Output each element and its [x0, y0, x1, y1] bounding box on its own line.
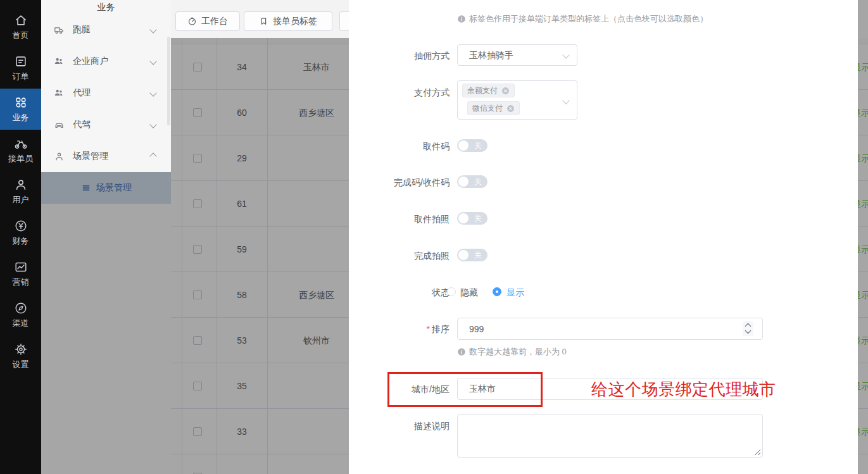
menu-item-label: 企业商户 [73, 56, 108, 67]
menu-item-label: 场景管理 [73, 151, 108, 162]
sidebar-item-channels[interactable]: 渠道 [0, 294, 41, 335]
annotation-highlight-box [387, 372, 543, 407]
menu-item-label: 代驾 [73, 119, 91, 130]
pickup-photo-label: 取件拍照 [355, 214, 450, 225]
status-label: 状态 [355, 287, 450, 299]
home-icon [14, 13, 28, 27]
toolbar: 工作台 接单员标签 [171, 0, 349, 38]
tag-close-icon[interactable] [501, 87, 510, 95]
complete-code-toggle[interactable]: 关 [457, 175, 487, 188]
tag-label: 微信支付 [472, 103, 503, 114]
sidebar-item-label: 渠道 [13, 318, 29, 329]
commission-value: 玉林抽骑手 [469, 45, 513, 65]
menu-item-enterprise-merchants[interactable]: 企业商户 [41, 46, 171, 77]
menu-item-label: 代理 [73, 87, 91, 99]
sidebar-item-finance[interactable]: 财务 [0, 212, 41, 253]
sidebar-item-label: 订单 [13, 71, 29, 82]
menu-item-agents[interactable]: 代理 [41, 77, 171, 109]
menu-item-designated-driving[interactable]: 代驾 [41, 109, 171, 140]
menu-item-errand[interactable]: 跑腿 [41, 14, 171, 46]
info-icon [457, 347, 466, 356]
pickup-code-toggle[interactable]: 关 [457, 139, 487, 152]
button-label: 接单员标签 [273, 16, 317, 27]
menu-item-label: 跑腿 [73, 24, 91, 35]
toggle-knob [458, 250, 469, 260]
sidebar-scrollbar[interactable] [167, 37, 170, 125]
marketing-icon [14, 260, 28, 274]
people-icon [54, 88, 65, 99]
tip-text: 数字越大越靠前，最小为 0 [469, 346, 567, 358]
pickup-code-label: 取件码 [355, 141, 450, 153]
sidebar-item-label: 营销 [13, 277, 29, 288]
clipped-button[interactable] [339, 11, 349, 31]
sidebar-item-business[interactable]: 业务 [0, 89, 41, 130]
commission-label: 抽佣方式 [355, 51, 450, 62]
status-radio-visible[interactable] [493, 287, 501, 296]
pickup-photo-toggle[interactable]: 关 [457, 212, 487, 225]
chevron-down-icon [149, 121, 156, 128]
payment-tag-wechat: 微信支付 [467, 101, 520, 115]
sidebar-item-home[interactable]: 首页 [0, 6, 41, 47]
payment-tag-balance: 余额支付 [462, 84, 515, 97]
chevron-down-icon [149, 89, 156, 96]
step-down-icon[interactable] [745, 328, 751, 334]
description-label: 描述说明 [355, 421, 450, 432]
sort-stepper[interactable] [743, 321, 753, 336]
screen: 场景管理 34 玉林市 显示 60 西乡塘区 显示 29 显示 61 [0, 0, 868, 474]
required-mark: * [427, 324, 430, 334]
grid-icon [14, 96, 28, 109]
info-icon [457, 15, 466, 23]
sidebar-item-label: 用户 [13, 194, 29, 206]
payment-label: 支付方式 [355, 87, 450, 99]
channel-icon [14, 301, 28, 315]
toggle-state: 关 [474, 139, 482, 152]
sort-input[interactable] [457, 318, 763, 340]
commission-select[interactable]: 玉林抽骑手 [457, 44, 577, 66]
sidebar-item-settings[interactable]: 设置 [0, 335, 41, 377]
truck-icon [54, 25, 65, 35]
sidebar-item-marketing[interactable]: 营销 [0, 253, 41, 294]
finance-icon [14, 219, 28, 233]
courier-tags-button[interactable]: 接单员标签 [244, 11, 332, 31]
sidebar-item-label: 设置 [13, 359, 29, 370]
toggle-state: 关 [474, 212, 482, 225]
toggle-knob [458, 213, 469, 223]
settings-icon [14, 342, 28, 356]
sidebar-item-label: 首页 [13, 30, 29, 41]
tag-close-icon[interactable] [506, 104, 515, 113]
chevron-down-icon [562, 97, 569, 104]
sidebar-item-orders[interactable]: 订单 [0, 47, 41, 89]
people-icon [54, 56, 65, 67]
secondary-sidebar-menu: 业务 跑腿 企业商户 代理 代驾 场景管理 [41, 0, 171, 172]
sidebar-item-label: 接单员 [8, 153, 33, 165]
toggle-state: 关 [474, 175, 482, 188]
tag-label: 余额支付 [467, 85, 498, 96]
button-label: 工作台 [201, 16, 228, 27]
description-textarea[interactable] [457, 414, 763, 458]
workbench-button[interactable]: 工作台 [175, 11, 240, 31]
sort-label: *排序 [355, 324, 450, 335]
status-option-visible[interactable]: 显示 [506, 287, 524, 299]
rider-icon [14, 137, 28, 151]
chevron-down-icon [149, 58, 156, 65]
toggle-knob [458, 140, 469, 151]
complete-code-label: 完成码/收件码 [355, 177, 450, 189]
menu-item-scene-management[interactable]: 场景管理 [41, 140, 171, 172]
sidebar-title: 业务 [41, 0, 171, 14]
complete-photo-toggle[interactable]: 关 [457, 249, 487, 261]
sidebar-item-users[interactable]: 用户 [0, 171, 41, 212]
status-radio-hidden[interactable] [447, 287, 456, 296]
sidebar-item-label: 财务 [13, 235, 29, 247]
label-color-tip: 标签色作用于接单端订单类型的标签上（点击色块可以选取颜色） [457, 13, 708, 25]
chevron-down-icon [149, 26, 156, 33]
annotation-text: 给这个场景绑定代理城市 [591, 378, 776, 401]
primary-sidebar: 首页 订单 业务 接单员 用户 财务 营销 渠道 [0, 0, 41, 474]
status-option-hidden[interactable]: 隐藏 [460, 287, 478, 299]
chevron-down-icon [562, 51, 569, 58]
complete-photo-label: 完成拍照 [355, 251, 450, 262]
sidebar-item-couriers[interactable]: 接单员 [0, 130, 41, 171]
car-icon [54, 120, 65, 130]
toggle-knob [458, 177, 469, 187]
bookmark-icon [259, 16, 268, 26]
dashboard-icon [187, 16, 197, 26]
